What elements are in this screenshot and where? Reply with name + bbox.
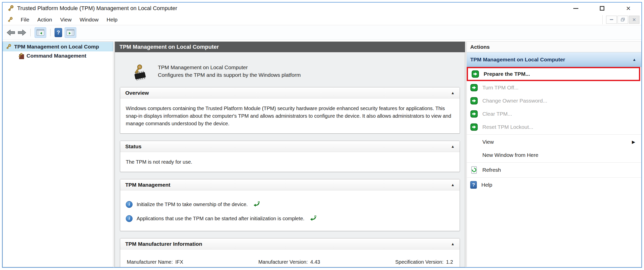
mdi-restore-icon <box>621 18 625 22</box>
section-overview-body: Windows computers containing the Trusted… <box>120 99 460 133</box>
command-key-icon <box>17 53 24 59</box>
menu-help[interactable]: Help <box>103 15 121 24</box>
tpm-chip-key-icon <box>127 62 147 81</box>
action-label: New Window from Here <box>482 152 538 158</box>
mdi-close-icon: × <box>632 16 636 23</box>
mdi-minimize-button[interactable] <box>606 16 617 24</box>
section-status-body: The TPM is not ready for use. <box>120 152 460 172</box>
show-console-tree-button[interactable] <box>35 27 46 38</box>
menu-action[interactable]: Action <box>34 15 56 24</box>
collapse-icon[interactable]: ▲ <box>451 183 455 187</box>
management-item-text: Initialize the TPM to take ownership of … <box>137 201 248 208</box>
section-tpm-management-header[interactable]: TPM Management ▲ <box>120 179 460 190</box>
menu-file[interactable]: File <box>17 15 33 24</box>
results-pane-body: TPM Management on Local Computer Configu… <box>115 53 465 267</box>
action-label: Prepare the TPM... <box>484 71 530 77</box>
toolbar-help-icon[interactable]: ? <box>55 28 62 37</box>
collapse-icon[interactable]: ▲ <box>451 91 455 95</box>
section-overview: Overview ▲ Windows computers containing … <box>120 87 460 134</box>
action-reset-tpm-lockout[interactable]: Reset TPM Lockout... <box>467 120 641 134</box>
field-value: 4.43 <box>310 259 320 265</box>
section-tpm-management: TPM Management ▲ i Initialize the TPM to… <box>120 179 460 231</box>
management-item-text: Applications that use the TPM can be sta… <box>137 215 304 222</box>
action-label: Clear TPM... <box>482 111 512 117</box>
minimize-button[interactable] <box>563 3 589 14</box>
snapin-description: TPM Management on Local Computer Configu… <box>158 64 301 78</box>
collapse-icon[interactable]: ▲ <box>632 57 636 62</box>
close-icon: × <box>626 5 631 12</box>
field-label: Specification Version: <box>395 259 443 265</box>
jump-arrow-icon[interactable] <box>310 215 316 222</box>
field-label: Manufacturer Version: <box>258 259 308 265</box>
actions-pane: Actions TPM Management on Local Computer… <box>467 41 641 267</box>
menu-bar: File Action View Window Help × <box>3 14 641 25</box>
results-pane-header: TPM Management on Local Computer <box>115 42 465 53</box>
actions-separator <box>467 177 641 178</box>
jump-arrow-icon[interactable] <box>253 201 260 207</box>
tree-item-label: TPM Management on Local Comp <box>14 44 99 50</box>
menu-view[interactable]: View <box>57 15 75 24</box>
action-prepare-the-tpm[interactable]: Prepare the TPM... <box>468 68 639 80</box>
action-label: Reset TPM Lockout... <box>482 124 533 130</box>
collapse-icon[interactable]: ▲ <box>451 144 455 149</box>
actions-separator <box>467 162 641 163</box>
section-manufacturer-info-body: Manufacturer Name:IFX Manufacturer Versi… <box>120 250 460 267</box>
mdi-window-controls: × <box>602 15 639 24</box>
results-pane: TPM Management on Local Computer TPM Man… <box>115 41 465 267</box>
section-title: TPM Manufacturer Information <box>125 241 202 247</box>
action-label: View <box>482 139 494 145</box>
action-clear-tpm[interactable]: Clear TPM... <box>467 107 641 120</box>
mdi-close-button[interactable]: × <box>629 16 639 24</box>
action-label: Help <box>481 182 492 188</box>
specification-version-field: Specification Version:1.2 <box>395 258 453 266</box>
window-controls: × <box>563 3 641 14</box>
console-panels: TPM Management on Local Comp Command Man… <box>3 40 641 267</box>
show-action-pane-icon <box>66 29 75 36</box>
maximize-button[interactable] <box>589 3 615 14</box>
action-change-owner-password[interactable]: Change Owner Password... <box>467 94 641 107</box>
mdi-restore-button[interactable] <box>617 16 628 24</box>
close-button[interactable]: × <box>615 3 641 14</box>
maximize-icon <box>600 6 604 11</box>
field-value: 1.2 <box>446 259 453 265</box>
action-help[interactable]: ? Help <box>467 178 641 191</box>
forward-icon[interactable] <box>18 30 26 36</box>
tree-item-command-management[interactable]: Command Management <box>3 51 113 60</box>
action-new-window-from-here[interactable]: New Window from Here <box>467 149 641 162</box>
refresh-icon <box>470 166 478 174</box>
field-label: Manufacturer Name: <box>127 259 173 265</box>
title-bar: Trusted Platform Module (TPM) Management… <box>3 3 641 14</box>
section-status: Status ▲ The TPM is not ready for use. <box>120 141 460 172</box>
section-overview-header[interactable]: Overview ▲ <box>120 87 460 99</box>
collapse-icon[interactable]: ▲ <box>451 242 455 246</box>
tree-item-tpm-management[interactable]: TPM Management on Local Comp <box>3 42 113 51</box>
section-title: Overview <box>125 90 149 96</box>
actions-group-bar[interactable]: TPM Management on Local Computer ▲ <box>467 52 641 67</box>
actions-group-title: TPM Management on Local Computer <box>470 57 565 63</box>
info-icon: i <box>126 215 133 222</box>
toolbar-separator <box>50 29 51 36</box>
console-tree: TPM Management on Local Comp Command Man… <box>3 41 113 267</box>
show-action-pane-button[interactable] <box>65 27 76 38</box>
toolbar-separator <box>30 29 31 36</box>
mdi-minimize-icon <box>610 19 613 20</box>
menu-window[interactable]: Window <box>76 15 102 24</box>
tpm-key-icon <box>5 43 12 50</box>
tpm-key-app-icon <box>7 5 14 12</box>
action-refresh[interactable]: Refresh <box>467 163 641 177</box>
action-turn-tpm-off[interactable]: Turn TPM Off... <box>467 81 641 94</box>
actions-pane-title: Actions <box>467 42 641 52</box>
section-title: Status <box>125 143 141 150</box>
go-arrow-icon <box>470 110 478 118</box>
go-arrow-icon <box>470 97 478 105</box>
snapin-title: TPM Management on Local Computer <box>158 64 301 70</box>
action-label: Refresh <box>482 167 501 173</box>
manufacturer-version-field: Manufacturer Version:4.43 <box>258 258 320 266</box>
action-view[interactable]: View ▶ <box>467 135 641 149</box>
snapin-subtitle: Configures the TPM and its support by th… <box>158 72 301 78</box>
info-icon: i <box>126 201 133 208</box>
section-status-header[interactable]: Status ▲ <box>120 141 460 152</box>
section-tpm-management-body: i Initialize the TPM to take ownership o… <box>120 190 460 231</box>
back-icon[interactable] <box>7 30 15 36</box>
section-manufacturer-info-header[interactable]: TPM Manufacturer Information ▲ <box>120 238 460 250</box>
